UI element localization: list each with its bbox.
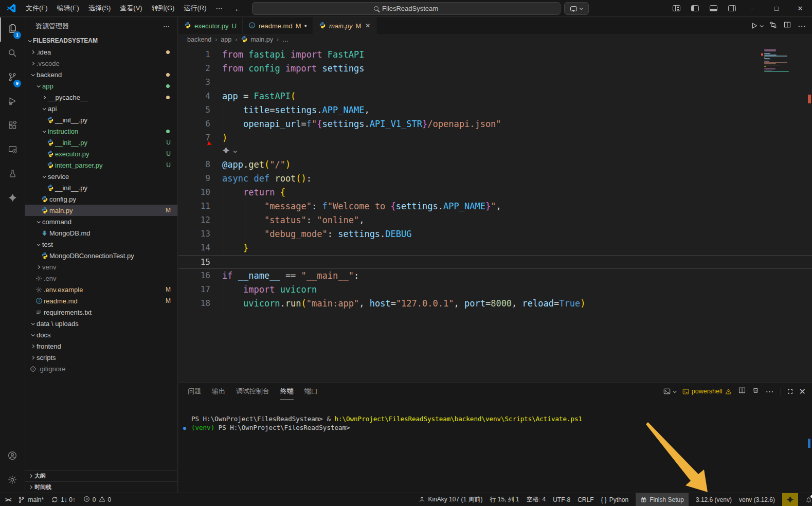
status-indentation[interactable]: 空格: 4: [527, 493, 546, 506]
code-line-11[interactable]: 11 "message": f"Welcome to {settings.APP…: [178, 200, 812, 213]
tree-item-scripts[interactable]: scripts: [25, 352, 177, 363]
tree-item-instruction[interactable]: instruction: [25, 125, 177, 137]
tree-item-__init__.py[interactable]: __init__.pyU: [25, 137, 177, 148]
tree-item-readme.md[interactable]: readme.mdM: [25, 295, 177, 306]
tree-item-MongoDBConnectionTest.py[interactable]: MongoDBConnectionTest.py: [25, 250, 177, 261]
launch-profile-button[interactable]: [663, 388, 676, 395]
toggle-panel-button[interactable]: [710, 5, 717, 11]
code-line-10[interactable]: 10 return {: [178, 186, 812, 200]
tree-item-.env[interactable]: .env: [25, 273, 177, 284]
tree-item-MongoDB.md[interactable]: MongoDB.md: [25, 227, 177, 239]
tree-item-.env.example[interactable]: .env.exampleM: [25, 284, 177, 295]
activity-item-search[interactable]: [0, 42, 25, 66]
code-line-1[interactable]: 1from fastapi import FastAPI: [178, 48, 812, 62]
split-terminal-button[interactable]: [738, 387, 746, 396]
terminal-list-entry[interactable]: powershell: [682, 388, 732, 395]
tree-item-test[interactable]: test: [25, 239, 177, 250]
code-line-9[interactable]: 9async def root():: [178, 172, 812, 186]
activity-item-remote-explorer[interactable]: [0, 138, 25, 162]
code-line-6[interactable]: 6 openapi_url=f"{settings.API_V1_STR}/op…: [178, 117, 812, 131]
activity-item-account[interactable]: [0, 444, 25, 468]
tree-item-__init__.py[interactable]: __init__.py: [25, 114, 177, 125]
tree-item-command[interactable]: command: [25, 216, 177, 227]
menu-item-6[interactable]: ⋯: [211, 0, 227, 16]
status-problems[interactable]: 00: [83, 493, 111, 506]
code-line-2[interactable]: 2from config import settings: [178, 62, 812, 76]
activity-item-source-control[interactable]: 9: [0, 66, 25, 90]
toggle-sidebar-button[interactable]: [691, 5, 699, 11]
panel-tab-调试控制台[interactable]: 调试控制台: [236, 383, 269, 400]
code-line-18[interactable]: 18 uvicorn.run("main:app", host="127.0.0…: [178, 297, 812, 311]
split-editor-button[interactable]: [784, 21, 791, 30]
code-line-7[interactable]: 7): [178, 131, 812, 145]
run-python-button[interactable]: [751, 22, 763, 29]
tab-main.py[interactable]: main.pyM✕: [313, 17, 376, 34]
panel-tab-问题[interactable]: 问题: [188, 383, 201, 400]
tree-item-.vscode[interactable]: .vscode: [25, 58, 177, 69]
copilot-inline-button[interactable]: [222, 146, 236, 156]
breadcrumb-item-main.py[interactable]: main.py: [241, 35, 273, 44]
tree-item-docs[interactable]: docs: [25, 329, 177, 340]
code-line-4[interactable]: 4app = FastAPI(: [178, 89, 812, 103]
minimize-button[interactable]: –: [741, 0, 765, 17]
minimap[interactable]: [764, 49, 790, 73]
tree-item-config.py[interactable]: config.py: [25, 193, 177, 205]
status-copilot[interactable]: [782, 493, 798, 506]
activity-item-copilot-pinwheel[interactable]: [0, 187, 25, 211]
code-line-12[interactable]: 12 "status": "online",: [178, 213, 812, 227]
close-panel-button[interactable]: ✕: [799, 387, 806, 396]
tree-item-.gitignore[interactable]: .gitignore: [25, 363, 177, 374]
status-remote[interactable]: ><: [5, 493, 10, 506]
tree-item-venv[interactable]: venv: [25, 261, 177, 273]
code-line-8[interactable]: 8@app.get("/"): [178, 158, 812, 172]
tree-item-.idea[interactable]: .idea: [25, 46, 177, 58]
tree-item-intent_parser.py[interactable]: intent_parser.pyU: [25, 159, 177, 171]
activity-item-explorer[interactable]: 1: [0, 17, 25, 42]
tree-item-app[interactable]: app: [25, 80, 177, 92]
status-finish-setup[interactable]: Finish Setup: [636, 493, 689, 506]
status-cursor-position[interactable]: 行 15, 列 1: [490, 493, 519, 506]
command-center-search[interactable]: FilesReadSysteam: [252, 2, 561, 15]
command-decoration-icon[interactable]: ●: [183, 424, 186, 432]
tree-root-row[interactable]: FILESREADSYSTEAM: [25, 35, 177, 46]
status-sync[interactable]: 1↓ 0↑: [51, 493, 76, 506]
code-line-17[interactable]: 17 import uvicorn: [178, 283, 812, 297]
tab-readme.md[interactable]: readme.mdM●: [243, 17, 313, 34]
code-line-5[interactable]: 5 title=settings.APP_NAME,: [178, 103, 812, 117]
maximize-panel-button[interactable]: [788, 389, 792, 394]
menu-item-4[interactable]: 转到(G): [147, 0, 179, 16]
status-venv-version[interactable]: venv (3.12.6): [739, 493, 775, 506]
status-branch[interactable]: main*: [18, 493, 44, 506]
tree-item-service[interactable]: service: [25, 171, 177, 182]
code-line-13[interactable]: 13 "debug_mode": settings.DEBUG: [178, 227, 812, 241]
activity-item-extensions[interactable]: [0, 114, 25, 138]
copilot-chat-button[interactable]: [564, 2, 589, 15]
code-line-16[interactable]: 16if __name__ == "__main__":: [178, 269, 812, 283]
close-tab-icon[interactable]: ✕: [365, 22, 370, 29]
status-python-version[interactable]: 3.12.6 (venv): [696, 493, 732, 506]
breadcrumb-item-backend[interactable]: backend: [187, 36, 211, 43]
tree-item-backend[interactable]: backend: [25, 69, 177, 80]
more-actions-icon[interactable]: ⋯: [766, 387, 774, 396]
more-actions-icon[interactable]: ⋯: [798, 21, 806, 31]
tree-item-__init__.py[interactable]: __init__.py: [25, 182, 177, 193]
status-notifications[interactable]: [805, 493, 812, 506]
tree-item-__pycache__[interactable]: __pycache__: [25, 92, 177, 103]
customize-layout-button[interactable]: [673, 5, 680, 11]
kill-terminal-button[interactable]: [752, 387, 759, 396]
nav-back-button[interactable]: ←: [234, 4, 242, 13]
tree-item-data-uploads[interactable]: data \ uploads: [25, 318, 177, 329]
status-language[interactable]: { }Python: [601, 493, 628, 506]
activity-item-run-debug[interactable]: [0, 90, 25, 114]
code-line-15[interactable]: 15: [178, 255, 812, 269]
menu-item-5[interactable]: 运行(R): [179, 0, 211, 16]
menu-item-0[interactable]: 文件(F): [21, 0, 52, 16]
panel-tab-端口[interactable]: 端口: [304, 383, 318, 400]
code-line-3[interactable]: 3: [178, 76, 812, 89]
tree-item-executor.py[interactable]: executor.pyU: [25, 148, 177, 159]
maximize-button[interactable]: □: [765, 0, 788, 17]
toggle-secondary-sidebar-button[interactable]: [728, 5, 736, 11]
activity-item-testing[interactable]: [0, 162, 25, 187]
tree-item-api[interactable]: api: [25, 103, 177, 114]
status-eol[interactable]: CRLF: [578, 493, 593, 506]
